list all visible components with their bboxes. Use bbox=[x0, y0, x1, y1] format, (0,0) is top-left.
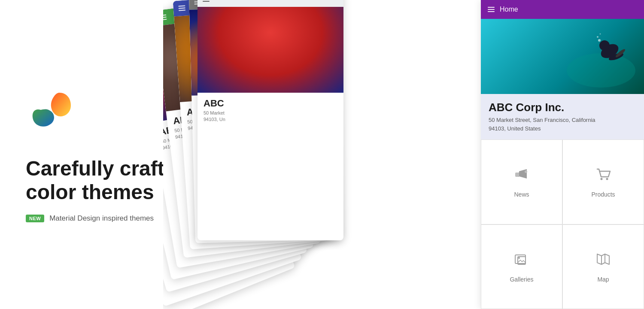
card-address-9: 50 Market94103, Un bbox=[204, 110, 337, 123]
grid-item-map[interactable]: Map bbox=[562, 224, 644, 309]
theme-card-9[interactable]: ABC 50 Market94103, Un bbox=[197, 0, 343, 240]
logo-container bbox=[26, 86, 77, 139]
feature-grid: News Products G bbox=[481, 139, 644, 309]
right-nav-bar: Home bbox=[481, 0, 644, 19]
cards-stack: ABC 50 Marke94103, U ABC 50 Marke94103, … bbox=[197, 0, 464, 309]
grid-item-galleries[interactable]: Galleries bbox=[481, 224, 562, 309]
svg-point-9 bbox=[525, 170, 527, 173]
company-address-line1: 50 Market Street, San Francisco, Califor… bbox=[489, 116, 636, 124]
company-name: ABC Corp Inc. bbox=[489, 101, 636, 114]
svg-point-2 bbox=[599, 40, 610, 51]
card-content-9: ABC 50 Market94103, Un bbox=[197, 93, 343, 128]
news-label: News bbox=[514, 191, 529, 198]
map-label: Map bbox=[597, 276, 609, 283]
company-address-line2: 94103, United States bbox=[489, 124, 636, 133]
card-company-9: ABC bbox=[204, 98, 337, 109]
diver-silhouette bbox=[567, 27, 635, 88]
card-image-9 bbox=[197, 7, 343, 93]
subtitle-row: NEW Material Design inspired themes bbox=[26, 214, 154, 223]
map-icon bbox=[595, 251, 612, 272]
new-badge: NEW bbox=[26, 215, 44, 222]
grid-item-products[interactable]: Products bbox=[562, 139, 644, 224]
svg-point-0 bbox=[567, 53, 635, 88]
card-nav-9 bbox=[197, 0, 343, 7]
right-panel: Home ABC Corp Inc. 50 Market Street, San… bbox=[481, 0, 644, 309]
hamburger-icon bbox=[178, 6, 185, 11]
hamburger-icon[interactable] bbox=[488, 7, 495, 12]
svg-point-6 bbox=[597, 36, 598, 38]
svg-rect-8 bbox=[515, 173, 519, 177]
right-nav-title: Home bbox=[500, 6, 518, 13]
hero-image bbox=[481, 19, 644, 94]
svg-point-14 bbox=[518, 257, 520, 259]
hamburger-icon bbox=[203, 0, 210, 2]
megaphone-icon bbox=[513, 166, 530, 187]
cart-icon bbox=[595, 166, 612, 187]
svg-point-7 bbox=[600, 33, 601, 35]
svg-marker-15 bbox=[597, 254, 609, 264]
svg-point-11 bbox=[606, 178, 608, 180]
products-label: Products bbox=[591, 191, 615, 198]
app-logo bbox=[26, 86, 77, 138]
svg-point-10 bbox=[601, 178, 603, 180]
gallery-icon bbox=[513, 251, 530, 272]
grid-item-news[interactable]: News bbox=[481, 139, 562, 224]
hamburger-icon bbox=[163, 15, 167, 21]
subtitle-text: Material Design inspired themes bbox=[49, 214, 154, 223]
galleries-label: Galleries bbox=[510, 276, 533, 283]
cards-section: ABC 50 Marke94103, U ABC 50 Marke94103, … bbox=[163, 0, 477, 309]
svg-point-5 bbox=[598, 39, 601, 42]
company-info: ABC Corp Inc. 50 Market Street, San Fran… bbox=[481, 94, 644, 139]
